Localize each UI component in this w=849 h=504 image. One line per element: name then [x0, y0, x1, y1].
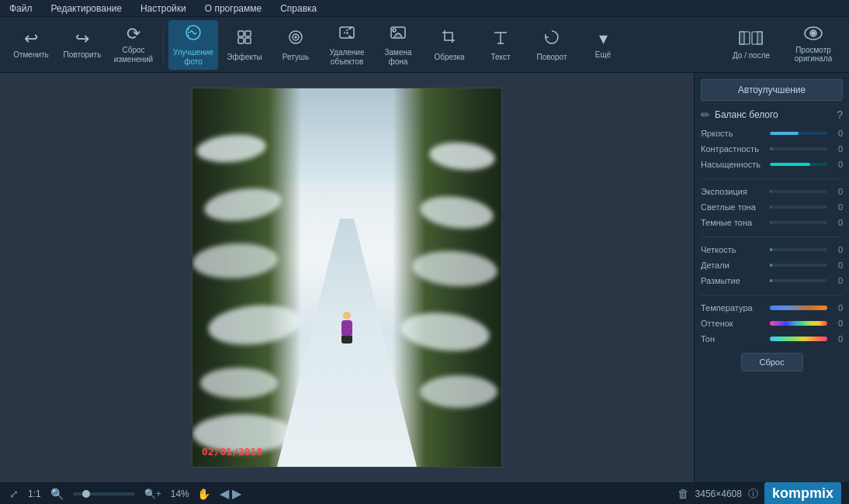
undo-button[interactable]: ↩ Отменить	[6, 20, 56, 70]
blur-track[interactable]	[770, 279, 827, 282]
highlights-track[interactable]	[770, 205, 827, 209]
remove-button[interactable]: Удаление объектов	[322, 20, 372, 70]
right-panel: Автоулучшение ✏ Баланс белого ? Яркость …	[694, 73, 849, 482]
remove-icon	[338, 23, 356, 45]
brightness-value: 0	[830, 129, 843, 138]
crop-label: Обрезка	[434, 53, 464, 62]
redo-icon: ↪	[75, 30, 89, 47]
redo-button[interactable]: ↪ Повторить	[57, 20, 107, 70]
prev-button[interactable]: ◀	[220, 486, 229, 501]
svg-rect-4	[245, 38, 251, 43]
separator-1	[163, 26, 164, 64]
before-after-label: До / после	[733, 51, 770, 60]
menu-about[interactable]: О программе	[202, 2, 265, 16]
text-button[interactable]: Текст	[476, 20, 525, 70]
replace-button[interactable]: Замена фона	[373, 20, 423, 70]
hue-track[interactable]	[770, 321, 827, 326]
before-after-icon	[739, 30, 764, 48]
pencil-icon: ✏	[701, 109, 710, 121]
undo-icon: ↩	[24, 30, 38, 47]
zoom-in-button[interactable]: 🔍+	[143, 487, 163, 501]
hand-tool-button[interactable]: ✋	[197, 488, 210, 500]
delete-button[interactable]: 🗑	[677, 487, 689, 500]
rotate-button[interactable]: Поворот	[527, 20, 577, 70]
contrast-slider-row: Контрастность 0	[701, 144, 843, 154]
white-balance-title: Баланс белого	[715, 109, 832, 120]
zoom-thumb	[82, 490, 90, 498]
photo-date: 02/01/2018	[202, 446, 262, 457]
reset-button-panel[interactable]: Сброс	[741, 353, 803, 371]
fullscreen-button[interactable]: ⤢	[8, 486, 20, 502]
zoom-slider[interactable]	[73, 492, 135, 495]
auto-enhance-button[interactable]: Автоулучшение	[701, 79, 843, 101]
undo-redo-group: ↩ Отменить ↪ Повторить ⟳ Сброс изменений	[6, 20, 158, 70]
next-button[interactable]: ▶	[232, 486, 241, 501]
status-right: 🗑 3456×4608 ⓘ kompmix	[677, 482, 841, 504]
tone-label: Тон	[701, 334, 767, 343]
nav-arrows: ◀ ▶	[220, 486, 241, 501]
svg-point-6	[293, 34, 299, 40]
menu-help[interactable]: Справка	[277, 2, 320, 16]
watermark: kompmix	[764, 482, 841, 504]
tone-slider-row: Тон 0	[701, 334, 843, 343]
highlights-value: 0	[830, 202, 843, 212]
exposure-track[interactable]	[770, 190, 827, 193]
saturation-value: 0	[830, 160, 843, 169]
zoom-out-button[interactable]: 🔍	[49, 486, 65, 502]
temperature-track[interactable]	[770, 306, 827, 310]
photo-container: 02/01/2018	[192, 88, 502, 468]
skier	[338, 312, 356, 343]
clarity-track[interactable]	[770, 248, 827, 251]
before-after-button[interactable]: До / после	[722, 20, 781, 70]
more-button[interactable]: ▾ Ещё	[578, 20, 628, 70]
details-track[interactable]	[770, 264, 827, 267]
effects-button[interactable]: Эффекты	[220, 20, 269, 70]
saturation-track[interactable]	[770, 163, 827, 166]
menu-file[interactable]: Файл	[6, 2, 36, 16]
reset-button[interactable]: ⟳ Сброс изменений	[109, 20, 158, 70]
more-label: Ещё	[595, 50, 611, 60]
retouch-button[interactable]: Ретушь	[271, 20, 321, 70]
menu-edit[interactable]: Редактирование	[48, 2, 125, 16]
rotate-label: Поворот	[537, 53, 567, 62]
enhance-button[interactable]: Улучшение фото	[168, 20, 218, 70]
preview-button[interactable]: Просмотр оригинала	[784, 20, 843, 70]
svg-rect-13	[740, 32, 744, 44]
enhance-label: Улучшение фото	[173, 48, 213, 67]
effects-label: Эффекты	[227, 53, 262, 62]
info-button[interactable]: ⓘ	[748, 487, 758, 501]
saturation-fill	[770, 163, 810, 166]
svg-rect-14	[757, 32, 762, 44]
shadows-fill	[770, 221, 771, 224]
status-bar: ⤢ 1:1 🔍 🔍+ 14% ✋ ◀ ▶ 🗑 3456×4608 ⓘ kompm…	[0, 482, 849, 504]
zoom-ratio[interactable]: 1:1	[28, 488, 41, 499]
replace-icon	[389, 23, 407, 45]
menu-settings[interactable]: Настройки	[137, 2, 189, 16]
contrast-track[interactable]	[770, 147, 827, 150]
more-icon: ▾	[599, 30, 608, 47]
shadows-track[interactable]	[770, 221, 827, 224]
tone-track[interactable]	[770, 337, 827, 341]
details-fill	[771, 264, 773, 267]
crop-button[interactable]: Обрезка	[424, 20, 474, 70]
exposure-fill	[770, 190, 771, 193]
rotate-icon	[542, 28, 561, 50]
svg-point-5	[289, 31, 302, 43]
highlights-fill	[770, 205, 771, 209]
canvas-area[interactable]: 02/01/2018	[0, 73, 694, 482]
exposure-label: Экспозиция	[701, 187, 767, 196]
details-value: 0	[830, 261, 843, 270]
menu-bar: Файл Редактирование Настройки О программ…	[0, 0, 849, 17]
contrast-label: Контрастность	[701, 144, 767, 154]
replace-label: Замена фона	[384, 48, 411, 67]
clarity-slider-row: Четкость 0	[701, 245, 843, 254]
shadows-slider-row: Темные тона 0	[701, 218, 843, 227]
details-slider-row: Детали 0	[701, 261, 843, 270]
brightness-label: Яркость	[701, 129, 767, 138]
help-icon[interactable]: ?	[837, 109, 843, 121]
toolbar: ↩ Отменить ↪ Повторить ⟳ Сброс изменений…	[0, 17, 849, 73]
exposure-slider-row: Экспозиция 0	[701, 187, 843, 196]
svg-rect-3	[238, 38, 244, 43]
brightness-track[interactable]	[770, 132, 827, 135]
zoom-slider-container	[73, 492, 135, 495]
